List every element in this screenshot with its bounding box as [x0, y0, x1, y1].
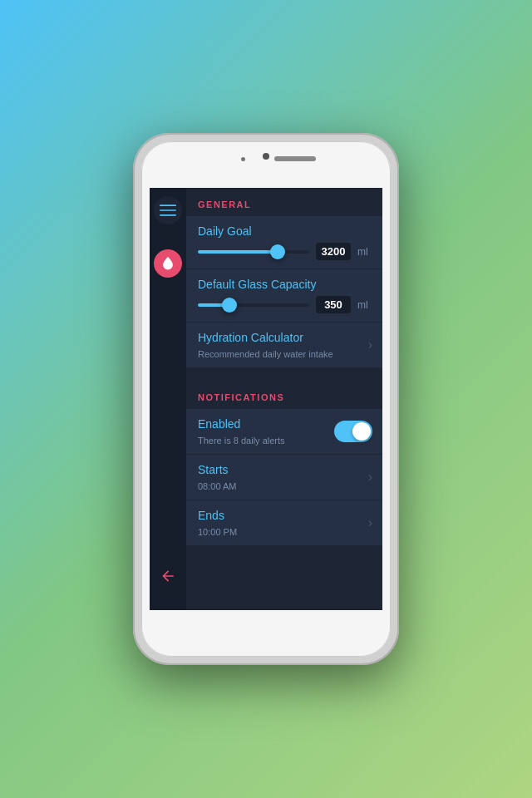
glass-capacity-slider-row: 350 ml: [198, 296, 371, 313]
starts-value: 08:00 AM: [198, 481, 352, 491]
section-general: GENERAL Daily Goal 3200 ml: [186, 188, 382, 367]
daily-goal-title: Daily Goal: [198, 224, 371, 238]
starts-chevron-icon: ›: [368, 470, 372, 485]
glass-capacity-thumb[interactable]: [222, 298, 237, 313]
glass-capacity-track[interactable]: [198, 303, 309, 307]
screen: GENERAL Daily Goal 3200 ml: [150, 188, 382, 610]
ends-item[interactable]: Ends 10:00 PM ›: [186, 500, 382, 545]
notifications-enabled-item: Enabled There is 8 daily alerts: [186, 409, 382, 455]
notifications-toggle[interactable]: [334, 421, 372, 442]
hydration-calc-chevron-icon: ›: [368, 337, 372, 352]
daily-goal-value: 3200: [316, 243, 351, 260]
sidebar-back-button[interactable]: [154, 562, 182, 590]
svg-rect-1: [160, 209, 176, 211]
sidebar-logo: [154, 249, 182, 278]
daily-goal-slider-row: 3200 ml: [198, 243, 371, 260]
section-notifications: NOTIFICATIONS Enabled There is 8 daily a…: [186, 381, 382, 545]
starts-title: Starts: [198, 463, 352, 476]
notifications-group: Enabled There is 8 daily alerts Starts: [186, 409, 382, 545]
phone-frame: GENERAL Daily Goal 3200 ml: [133, 133, 399, 665]
daily-goal-fill: [198, 250, 278, 254]
section-header-notifications: NOTIFICATIONS: [186, 381, 382, 409]
general-group: Daily Goal 3200 ml: [186, 216, 382, 367]
daily-goal-track[interactable]: [198, 250, 309, 254]
phone-inner: GENERAL Daily Goal 3200 ml: [141, 141, 391, 657]
glass-capacity-title: Default Glass Capacity: [198, 278, 371, 291]
sidebar: [150, 188, 186, 610]
daily-goal-thumb[interactable]: [270, 244, 285, 259]
ends-value: 10:00 PM: [198, 527, 352, 537]
sidebar-menu-button[interactable]: [154, 196, 182, 224]
ends-chevron-icon: ›: [368, 515, 372, 530]
toggle-container[interactable]: [334, 421, 372, 442]
daily-goal-item: Daily Goal 3200 ml: [186, 216, 382, 269]
svg-rect-2: [160, 214, 176, 216]
toggle-knob: [352, 422, 371, 441]
daily-goal-unit: ml: [357, 246, 371, 258]
glass-capacity-unit: ml: [357, 299, 371, 311]
svg-rect-0: [160, 204, 176, 206]
hydration-calc-title: Hydration Calculator: [198, 331, 352, 344]
section-header-general: GENERAL: [186, 188, 382, 216]
speaker: [274, 156, 316, 161]
main-content: GENERAL Daily Goal 3200 ml: [186, 188, 382, 610]
glass-capacity-value: 350: [316, 296, 351, 313]
hydration-calc-item[interactable]: Hydration Calculator Recommended daily w…: [186, 323, 382, 367]
notifications-enabled-title: Enabled: [198, 417, 324, 431]
notifications-enabled-subtitle: There is 8 daily alerts: [198, 436, 324, 446]
ends-title: Ends: [198, 509, 352, 522]
camera: [263, 153, 269, 160]
starts-item[interactable]: Starts 08:00 AM ›: [186, 455, 382, 500]
glass-capacity-item: Default Glass Capacity 350 ml: [186, 269, 382, 323]
hydration-calc-subtitle: Recommended daily water intake: [198, 349, 352, 359]
sensor-dot: [241, 157, 245, 161]
